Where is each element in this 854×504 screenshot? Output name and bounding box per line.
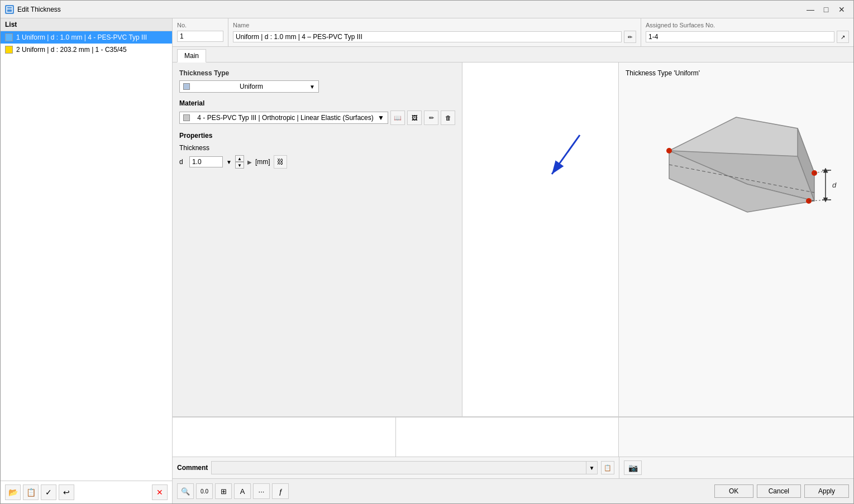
svg-rect-0 bbox=[7, 7, 12, 12]
properties-label: Properties bbox=[179, 132, 455, 140]
cancel-button[interactable]: Cancel bbox=[757, 484, 801, 498]
content-area: Thickness Type Uniform ▼ Material bbox=[173, 63, 853, 416]
comment-right: 📷 bbox=[619, 457, 853, 478]
thickness-type-label: Thickness Type bbox=[179, 69, 455, 77]
thickness-sub-label: Thickness bbox=[179, 144, 455, 152]
svg-text:d: d bbox=[832, 181, 837, 189]
comment-side-btn[interactable]: 📷 bbox=[624, 460, 642, 475]
material-book-button[interactable]: 📖 bbox=[390, 111, 405, 125]
check-all-button[interactable]: ✓ bbox=[41, 484, 56, 500]
apply-button[interactable]: Apply bbox=[804, 484, 849, 498]
window-icon bbox=[5, 5, 14, 14]
list-item-label-1: 1 Uniform | d : 1.0 mm | 4 - PES-PVC Typ… bbox=[16, 33, 147, 41]
arrow-right-icon: ▶ bbox=[247, 159, 252, 165]
material-arrow: ▼ bbox=[378, 114, 384, 122]
preview-panel: Thickness Type 'Uniform' bbox=[619, 63, 853, 416]
comment-label: Comment bbox=[177, 464, 208, 472]
number-format-button[interactable]: 0.0 bbox=[196, 483, 213, 499]
thickness-type-row: Uniform ▼ bbox=[179, 80, 455, 93]
spin-down-button[interactable]: ▼ bbox=[235, 162, 244, 169]
material-row: 4 - PES-PVC Typ III | Orthotropic | Line… bbox=[179, 111, 455, 125]
copy-button[interactable]: 📋 bbox=[23, 484, 39, 500]
list-header: List bbox=[1, 18, 172, 31]
window-controls: — □ ✕ bbox=[803, 3, 849, 16]
item-icon-2 bbox=[5, 46, 13, 54]
preview-diagram: d bbox=[619, 84, 853, 240]
delete-button[interactable]: ✕ bbox=[152, 484, 168, 500]
thickness-type-dropdown[interactable]: Uniform ▼ bbox=[179, 80, 319, 93]
name-section: Name ✏ bbox=[228, 18, 641, 46]
tabs: Main bbox=[173, 47, 853, 63]
dropdown-mini-arrow: ▼ bbox=[226, 159, 232, 165]
bottom-cell-right bbox=[396, 417, 619, 457]
spin-buttons: ▲ ▼ bbox=[235, 155, 244, 169]
function-button[interactable]: ƒ bbox=[272, 483, 289, 499]
name-value-row: ✏ bbox=[233, 31, 636, 43]
svg-point-9 bbox=[666, 148, 672, 153]
assigned-edit-button[interactable]: ↗ bbox=[837, 31, 849, 43]
bottom-cell-left bbox=[173, 417, 396, 457]
material-add-button[interactable]: 🖼 bbox=[407, 111, 422, 125]
bottom-toolbar: 🔍 0.0 ⊞ A ··· ƒ OK Cancel Apply bbox=[173, 478, 853, 503]
material-color-box bbox=[183, 114, 190, 121]
comment-dropdown-btn[interactable]: ▼ bbox=[586, 462, 597, 474]
list-item-label-2: 2 Uniform | d : 203.2 mm | 1 - C35/45 bbox=[16, 46, 127, 54]
main-content: List 1 Uniform | d : 1.0 mm | 4 - PES-PV… bbox=[1, 18, 853, 503]
undo-button[interactable]: ↩ bbox=[59, 484, 74, 500]
minimize-button[interactable]: — bbox=[803, 3, 818, 16]
dropdown-color-box bbox=[183, 83, 190, 90]
svg-line-3 bbox=[552, 135, 580, 174]
maximize-button[interactable]: □ bbox=[819, 3, 833, 16]
middle-form-section bbox=[462, 63, 619, 416]
tab-main[interactable]: Main bbox=[177, 49, 206, 63]
right-panel: No. 1 Name ✏ Assigned to Surfaces No. bbox=[173, 18, 853, 503]
name-input[interactable] bbox=[233, 31, 622, 42]
no-label: No. bbox=[177, 22, 223, 28]
no-value-row: 1 bbox=[177, 31, 223, 42]
name-edit-button[interactable]: ✏ bbox=[624, 31, 636, 43]
action-buttons: OK Cancel Apply bbox=[714, 484, 849, 498]
list-item-2[interactable]: 2 Uniform | d : 203.2 mm | 1 - C35/45 bbox=[1, 44, 172, 56]
left-panel: List 1 Uniform | d : 1.0 mm | 4 - PES-PV… bbox=[1, 18, 173, 503]
comment-section: Comment ▼ 📋 📷 bbox=[173, 457, 853, 478]
comment-copy-btn[interactable]: 📋 bbox=[601, 461, 614, 474]
left-panel-footer: 📂 📋 ✓ ↩ ✕ bbox=[1, 481, 172, 503]
dots-button[interactable]: ··· bbox=[253, 483, 270, 499]
assigned-input[interactable] bbox=[646, 31, 834, 42]
list-item-1[interactable]: 1 Uniform | d : 1.0 mm | 4 - PES-PVC Typ… bbox=[1, 31, 172, 44]
material-edit-button[interactable]: ✏ bbox=[424, 111, 438, 125]
open-button[interactable]: 📂 bbox=[5, 484, 21, 500]
thickness-link-button[interactable]: ⛓ bbox=[274, 155, 287, 169]
thickness-type-group: Thickness Type Uniform ▼ bbox=[179, 69, 455, 93]
preview-title: Thickness Type 'Uniform' bbox=[619, 63, 853, 84]
spin-up-button[interactable]: ▲ bbox=[235, 155, 244, 162]
thickness-input-row: d ▼ ▲ ▼ ▶ [mm] ⛓ bbox=[179, 155, 455, 169]
unit-label: [mm] bbox=[255, 158, 270, 166]
no-input[interactable]: 1 bbox=[177, 31, 223, 42]
comment-input[interactable] bbox=[212, 462, 586, 473]
grid-button[interactable]: ⊞ bbox=[215, 483, 232, 499]
material-delete-button[interactable]: 🗑 bbox=[441, 111, 455, 125]
assigned-value-row: ↗ bbox=[646, 31, 849, 43]
comment-left: Comment ▼ 📋 bbox=[173, 458, 619, 478]
thickness-type-arrow: ▼ bbox=[309, 84, 315, 90]
assigned-label: Assigned to Surfaces No. bbox=[646, 22, 849, 28]
form-panel: Thickness Type Uniform ▼ Material bbox=[173, 63, 462, 416]
name-label: Name bbox=[233, 22, 636, 28]
close-button[interactable]: ✕ bbox=[834, 3, 849, 16]
assigned-section: Assigned to Surfaces No. ↗ bbox=[641, 18, 853, 46]
thickness-value-input[interactable] bbox=[189, 156, 223, 167]
ok-button[interactable]: OK bbox=[714, 484, 753, 498]
blue-arrow-annotation bbox=[535, 129, 602, 198]
search-tool-button[interactable]: 🔍 bbox=[177, 483, 194, 499]
properties-section: Properties Thickness d ▼ ▲ ▼ ▶ [mm] bbox=[179, 132, 455, 169]
comment-input-wrapper: ▼ bbox=[211, 461, 598, 474]
material-dropdown[interactable]: 4 - PES-PVC Typ III | Orthotropic | Line… bbox=[179, 112, 388, 124]
d-label: d bbox=[179, 158, 186, 166]
material-label: Material bbox=[179, 99, 455, 107]
material-value: 4 - PES-PVC Typ III | Orthotropic | Line… bbox=[197, 114, 373, 122]
edit-thickness-window: Edit Thickness — □ ✕ List 1 Uniform | d … bbox=[0, 0, 854, 504]
no-section: No. 1 bbox=[173, 18, 228, 46]
item-icon-1 bbox=[5, 33, 13, 41]
text-button[interactable]: A bbox=[234, 483, 251, 499]
